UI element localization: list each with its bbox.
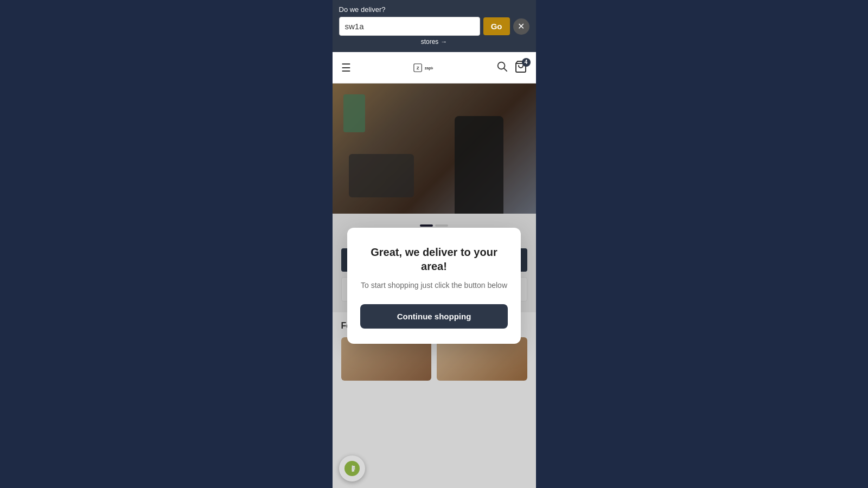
modal-overlay: Great, we deliver to your area! To start… — [333, 84, 536, 488]
hamburger-menu-button[interactable]: ☰ — [341, 62, 351, 73]
cart-icon[interactable]: 4 — [514, 60, 527, 75]
modal-box: Great, we deliver to your area! To start… — [347, 228, 521, 344]
page-content: Zapiet - Pickup + Delivery WATCH DEMO VI… — [333, 84, 536, 488]
cart-badge: 4 — [522, 58, 531, 67]
postcode-input[interactable] — [339, 17, 480, 36]
header-icons: 4 — [496, 60, 527, 75]
close-delivery-bar-button[interactable]: ✕ — [513, 18, 529, 35]
delivery-bar: Do we deliver? Go ✕ stores → — [333, 0, 536, 52]
stores-label: stores — [421, 38, 439, 46]
go-button[interactable]: Go — [483, 17, 510, 35]
modal-subtitle: To start shopping just click the button … — [360, 280, 508, 291]
svg-text:zapiet: zapiet — [425, 65, 433, 70]
stores-link[interactable]: stores → — [339, 36, 529, 48]
stores-arrow: → — [441, 38, 447, 46]
svg-text:Z: Z — [417, 65, 419, 70]
logo[interactable]: Z zapiet — [401, 58, 445, 78]
close-icon: ✕ — [518, 21, 525, 31]
delivery-bar-label: Do we deliver? — [339, 5, 529, 14]
site-header: ☰ Z zapiet — [333, 52, 536, 84]
continue-shopping-button[interactable]: Continue shopping — [360, 304, 508, 329]
modal-title: Great, we deliver to your area! — [360, 245, 508, 273]
search-icon[interactable] — [496, 60, 508, 75]
svg-line-4 — [504, 68, 507, 71]
